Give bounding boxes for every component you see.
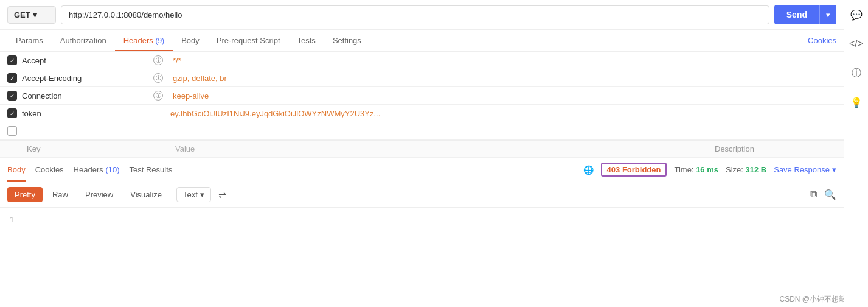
checkbox-connection[interactable] <box>7 91 17 101</box>
format-bar: Pretty Raw Preview Visualize Text ▾ ⇌ ⧉ … <box>0 182 844 208</box>
header-row-accept-encoding: Accept-Encoding ⓘ gzip, deflate, br <box>0 69 844 87</box>
column-labels: Key Value Description <box>0 140 844 158</box>
sidebar-code-icon[interactable]: </> <box>847 34 866 54</box>
col-val-label: Value <box>170 144 710 154</box>
key-token: token <box>22 109 144 118</box>
send-arrow-button[interactable]: ▾ <box>819 5 836 24</box>
method-label: GET <box>14 10 30 19</box>
resp-tab-test-results[interactable]: Test Results <box>130 161 173 178</box>
method-arrow: ▾ <box>33 10 37 19</box>
resp-tab-cookies[interactable]: Cookies <box>35 161 64 178</box>
info-icon-accept[interactable]: ⓘ <box>153 55 163 65</box>
sidebar-info-icon[interactable]: ⓘ <box>847 63 866 83</box>
response-bar: Body Cookies Headers (10) Test Results 🌐… <box>0 158 844 182</box>
key-connection: Connection <box>22 91 144 101</box>
col-desc-label: Description <box>715 144 836 154</box>
tab-tests[interactable]: Tests <box>289 30 324 51</box>
save-response-button[interactable]: Save Response ▾ <box>774 165 836 174</box>
cookies-link[interactable]: Cookies <box>808 30 836 51</box>
info-icon-accept-encoding[interactable]: ⓘ <box>153 73 163 83</box>
send-button-group: Send ▾ <box>774 5 836 24</box>
top-bar: GET ▾ Send ▾ <box>0 0 844 30</box>
url-input[interactable] <box>61 5 769 24</box>
col-key-label: Key <box>27 144 148 154</box>
header-row-empty <box>0 122 844 140</box>
sidebar-bulb-icon[interactable]: 💡 <box>847 93 866 112</box>
header-row-accept: Accept ⓘ */* <box>0 52 844 69</box>
header-row-token: token eyJhbGciOiJIUzI1NiJ9.eyJqdGkiOiJlO… <box>0 105 844 122</box>
request-tabs-row: Params Authorization Headers (9) Body Pr… <box>0 30 844 52</box>
checkbox-token[interactable] <box>7 108 17 118</box>
sidebar-comment-icon[interactable]: 💬 <box>847 5 866 24</box>
key-accept-encoding: Accept-Encoding <box>22 74 144 83</box>
tab-body[interactable]: Body <box>173 30 208 51</box>
val-connection: keep-alive <box>168 91 836 101</box>
format-right-icons: ⧉ 🔍 <box>810 189 836 200</box>
line-number: 1 <box>10 215 14 224</box>
header-row-connection: Connection ⓘ keep-alive <box>0 87 844 105</box>
right-sidebar: 💬 </> ⓘ 💡 <box>844 0 868 231</box>
method-select[interactable]: GET ▾ <box>7 6 56 24</box>
key-accept: Accept <box>22 56 144 65</box>
val-token: eyJhbGciOiJIUzI1NiJ9.eyJqdGkiOiJlOWYzNWM… <box>165 109 836 118</box>
size-value: 312 B <box>746 165 767 174</box>
tab-authorization[interactable]: Authorization <box>52 30 115 51</box>
size-meta: Size: 312 B <box>726 165 766 174</box>
time-meta: Time: 16 ms <box>674 165 718 174</box>
checkbox-accept-encoding[interactable] <box>7 73 17 83</box>
tab-params[interactable]: Params <box>7 30 52 51</box>
resp-tab-body[interactable]: Body <box>7 161 26 178</box>
status-badge: 403 Forbidden <box>601 163 667 177</box>
tab-settings[interactable]: Settings <box>324 30 370 51</box>
checkbox-accept[interactable] <box>7 55 17 65</box>
headers-area: Accept ⓘ */* Accept-Encoding ⓘ gzip, def… <box>0 52 844 158</box>
info-icon-connection[interactable]: ⓘ <box>153 91 163 101</box>
val-accept-encoding: gzip, deflate, br <box>168 74 836 83</box>
format-type-select[interactable]: Text ▾ <box>176 187 211 202</box>
tab-prerequest[interactable]: Pre-request Script <box>208 30 289 51</box>
response-body-content: 1 <box>0 208 844 231</box>
globe-icon: 🌐 <box>583 165 594 175</box>
val-accept: */* <box>168 56 836 65</box>
fmt-raw-button[interactable]: Raw <box>45 187 75 202</box>
copy-icon[interactable]: ⧉ <box>810 189 817 200</box>
search-icon[interactable]: 🔍 <box>824 189 836 200</box>
tab-headers[interactable]: Headers (9) <box>115 30 173 51</box>
wrap-icon[interactable]: ⇌ <box>218 189 226 200</box>
send-button[interactable]: Send <box>774 5 819 24</box>
checkbox-empty[interactable] <box>7 126 17 136</box>
resp-tab-headers[interactable]: Headers (10) <box>74 161 120 178</box>
fmt-pretty-button[interactable]: Pretty <box>7 187 43 202</box>
fmt-visualize-button[interactable]: Visualize <box>123 187 169 202</box>
response-status-group: 🌐 403 Forbidden Time: 16 ms Size: 312 B … <box>583 163 836 177</box>
time-value: 16 ms <box>696 165 718 174</box>
fmt-preview-button[interactable]: Preview <box>78 187 120 202</box>
